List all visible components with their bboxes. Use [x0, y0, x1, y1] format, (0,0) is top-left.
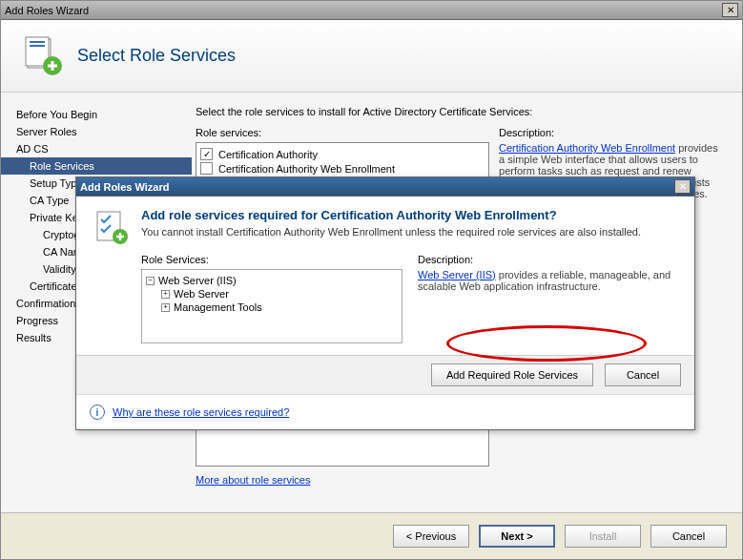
expand-icon[interactable]: +: [161, 290, 170, 299]
tree-child-label: Management Tools: [174, 301, 262, 313]
dialog-title: Add Roles Wizard: [80, 181, 674, 193]
description-link[interactable]: Certification Authority Web Enrollment: [499, 142, 675, 154]
instruction-text: Select the role services to install for …: [196, 106, 725, 117]
next-button[interactable]: Next >: [479, 525, 555, 548]
svg-rect-6: [30, 45, 45, 47]
nav-item-role-services[interactable]: Role Services: [1, 157, 192, 175]
dialog-cancel-button[interactable]: Cancel: [605, 363, 681, 386]
nav-item-ad-cs[interactable]: AD CS: [1, 140, 192, 157]
dialog-desc-link[interactable]: Web Server (IIS): [418, 269, 496, 280]
cancel-button[interactable]: Cancel: [650, 525, 727, 548]
main-close-button[interactable]: ✕: [722, 3, 738, 17]
server-role-icon: [18, 31, 68, 81]
more-about-link[interactable]: More about role services: [196, 474, 310, 486]
wizard-footer: < Previous Next > Install Cancel: [1, 512, 742, 559]
checkbox-icon[interactable]: ✓: [200, 148, 213, 160]
dialog-help-row: i Why are these role services required?: [76, 394, 694, 429]
collapse-icon[interactable]: −: [146, 277, 155, 285]
description-label: Description:: [499, 127, 725, 138]
main-titlebar: Add Roles Wizard ✕: [1, 1, 742, 20]
tree-child[interactable]: + Management Tools: [146, 301, 398, 314]
dialog-footer: Add Required Role Services Cancel: [76, 355, 694, 394]
service-row[interactable]: Certification Authority Web Enrollment: [200, 161, 485, 176]
dialog-desc-label: Description:: [418, 254, 679, 265]
why-required-link[interactable]: Why are these role services required?: [113, 406, 289, 418]
dialog-close-button[interactable]: ✕: [674, 179, 691, 194]
dialog-message: You cannot install Certification Authori…: [141, 226, 641, 238]
checkbox-icon[interactable]: [200, 162, 213, 175]
expand-icon[interactable]: +: [161, 303, 170, 312]
tree-child-label: Web Server: [174, 288, 229, 300]
wizard-header: Select Role Services: [1, 20, 742, 93]
role-services-label: Role services:: [196, 127, 489, 138]
svg-rect-5: [30, 41, 45, 43]
nav-item-before-you-begin[interactable]: Before You Begin: [1, 106, 192, 123]
dialog-description: Web Server (IIS) provides a reliable, ma…: [418, 269, 679, 292]
service-label: Certification Authority Web Enrollment: [218, 163, 395, 175]
tree-child[interactable]: + Web Server: [146, 287, 398, 301]
dialog-titlebar: Add Roles Wizard ✕: [76, 177, 694, 197]
dialog-role-label: Role Services:: [141, 254, 402, 265]
role-tree[interactable]: − Web Server (IIS) + Web Server + Manage…: [141, 269, 402, 343]
tree-root[interactable]: − Web Server (IIS): [146, 274, 398, 287]
install-button[interactable]: Install: [565, 525, 641, 548]
wizard-icon: [92, 208, 130, 246]
tree-root-label: Web Server (IIS): [158, 275, 237, 286]
previous-button[interactable]: < Previous: [393, 525, 469, 548]
add-required-button[interactable]: Add Required Role Services: [431, 363, 593, 386]
nav-item-server-roles[interactable]: Server Roles: [1, 123, 192, 140]
required-services-dialog: Add Roles Wizard ✕ Add role services req…: [75, 176, 695, 430]
header-title: Select Role Services: [77, 46, 236, 66]
main-title: Add Roles Wizard: [5, 5, 722, 16]
service-label: Certification Authority: [218, 149, 318, 160]
service-row[interactable]: ✓Certification Authority: [200, 147, 485, 161]
info-icon: i: [90, 404, 105, 420]
dialog-heading: Add role services required for Certifica…: [141, 208, 641, 222]
